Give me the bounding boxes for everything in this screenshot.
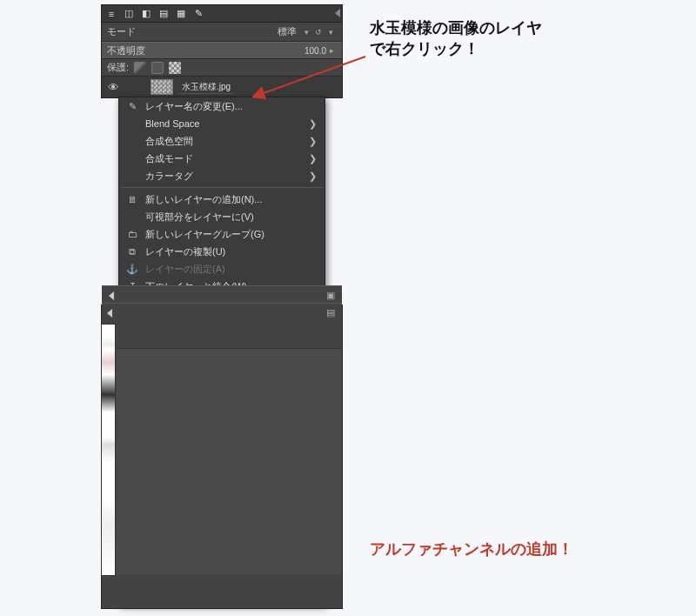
blank-icon: [126, 211, 138, 223]
menu-item-composite-space[interactable]: 合成色空間❯: [119, 132, 325, 150]
panel-toolbar: ≡ ◫ ◧ ▤ ▦ ✎: [102, 5, 342, 23]
chevron-down-icon[interactable]: ▾: [325, 28, 337, 37]
blank-icon: [126, 135, 138, 147]
annotation-bottom: アルファチャンネルの追加！: [370, 539, 573, 559]
lock-position-icon[interactable]: [151, 62, 164, 74]
submenu-arrow-icon: ❯: [309, 136, 318, 147]
panel-collapse-icon[interactable]: [109, 291, 114, 300]
delete-icon[interactable]: ▣: [325, 290, 337, 302]
blank-icon: [126, 152, 138, 164]
menu-item-label: 合成モード: [145, 152, 302, 165]
lower-panel-area: [117, 348, 342, 574]
blend-mode-row: モード 標準 ▾ ↺ ▾: [102, 23, 342, 42]
protect-row: 保護:: [102, 59, 342, 77]
menu-separator: [121, 187, 323, 188]
lock-pixels-icon[interactable]: [134, 62, 146, 74]
menu-item-label: 合成色空間: [145, 135, 302, 148]
menu-item-composite-mode[interactable]: 合成モード❯: [119, 150, 325, 167]
new-layer-icon: 🗎: [126, 193, 138, 205]
chevron-up-down-icon[interactable]: ▸: [326, 46, 337, 55]
reset-icon[interactable]: ↺: [312, 28, 325, 37]
panel-collapse-icon[interactable]: [107, 309, 112, 318]
group-icon: 🗀: [126, 228, 138, 240]
menu-item-color-tag[interactable]: カラータグ❯: [119, 167, 325, 184]
submenu-arrow-icon: ❯: [309, 118, 318, 130]
submenu-arrow-icon: ❯: [309, 153, 318, 164]
blank-icon: [126, 170, 138, 182]
menu-item-label: Blend Space: [145, 118, 302, 129]
menu-item-label: 可視部分をレイヤーに(V): [145, 211, 318, 224]
tool-icon-2[interactable]: ◧: [140, 8, 152, 20]
menu-item-label: 新しいレイヤーグループ(G): [145, 228, 318, 241]
visibility-eye-icon[interactable]: 👁: [107, 81, 119, 93]
tool-icon-3[interactable]: ▤: [157, 8, 170, 20]
panel-collapse-icon[interactable]: [335, 9, 340, 17]
lower-panel-toolbar: ▤: [102, 303, 342, 322]
layer-thumbnail[interactable]: [151, 79, 173, 95]
menu-item-duplicate[interactable]: ⧉レイヤーの複製(U): [119, 243, 325, 260]
menu-item-label: レイヤーの複製(U): [145, 245, 318, 258]
anchor-icon: ⚓: [126, 263, 138, 275]
opacity-value[interactable]: 100.0: [145, 46, 326, 56]
layers-bottom-toolbar: ▣: [102, 285, 342, 305]
layers-panel: ≡ ◫ ◧ ▤ ▦ ✎ モード 標準 ▾ ↺ ▾ 不透明度 100.0 ▸ 保護…: [101, 4, 343, 98]
menu-icon[interactable]: ▤: [325, 307, 337, 319]
menu-item-anchor: ⚓レイヤーの固定(A): [119, 260, 325, 278]
menu-item-label: 新しいレイヤーの追加(N)...: [145, 193, 318, 206]
layer-row[interactable]: 👁 水玉模様.jpg: [102, 77, 342, 97]
annotation-top-line1: 水玉模様の画像のレイヤ: [370, 17, 542, 38]
menu-item-blend-space[interactable]: Blend Space❯: [119, 115, 325, 132]
chevron-down-icon[interactable]: ▾: [300, 28, 312, 37]
opacity-label: 不透明度: [107, 44, 145, 57]
menu-item-label: レイヤーの固定(A): [145, 263, 318, 276]
menu-item-label: カラータグ: [145, 170, 302, 183]
tool-icon-1[interactable]: ◫: [123, 8, 135, 20]
menu-item-label: レイヤー名の変更(E)...: [145, 100, 318, 113]
text-icon: ✎: [126, 100, 138, 112]
blank-icon: [126, 117, 138, 130]
lock-alpha-icon[interactable]: [169, 62, 181, 74]
submenu-arrow-icon: ❯: [309, 171, 318, 182]
annotation-top-line2: で右クリック！: [370, 38, 479, 59]
protect-label: 保護:: [107, 61, 129, 74]
brush-preview-strip[interactable]: [101, 324, 116, 576]
opacity-row[interactable]: 不透明度 100.0 ▸: [102, 42, 342, 59]
menu-item-new-group[interactable]: 🗀新しいレイヤーグループ(G): [119, 225, 325, 243]
layer-name-label[interactable]: 水玉模様.jpg: [178, 81, 234, 94]
mode-value[interactable]: 標準: [136, 25, 300, 38]
menu-item-visible-to-layer[interactable]: 可視部分をレイヤーに(V): [119, 208, 325, 225]
tool-icon-4[interactable]: ▦: [175, 8, 187, 20]
brush-tool-icon[interactable]: ✎: [192, 8, 204, 20]
duplicate-icon: ⧉: [126, 245, 138, 258]
menu-item-rename[interactable]: ✎レイヤー名の変更(E)...: [119, 97, 325, 115]
menu-item-new-layer[interactable]: 🗎新しいレイヤーの追加(N)...: [119, 191, 325, 208]
menu-icon[interactable]: ≡: [105, 8, 117, 20]
mode-label: モード: [107, 25, 136, 38]
